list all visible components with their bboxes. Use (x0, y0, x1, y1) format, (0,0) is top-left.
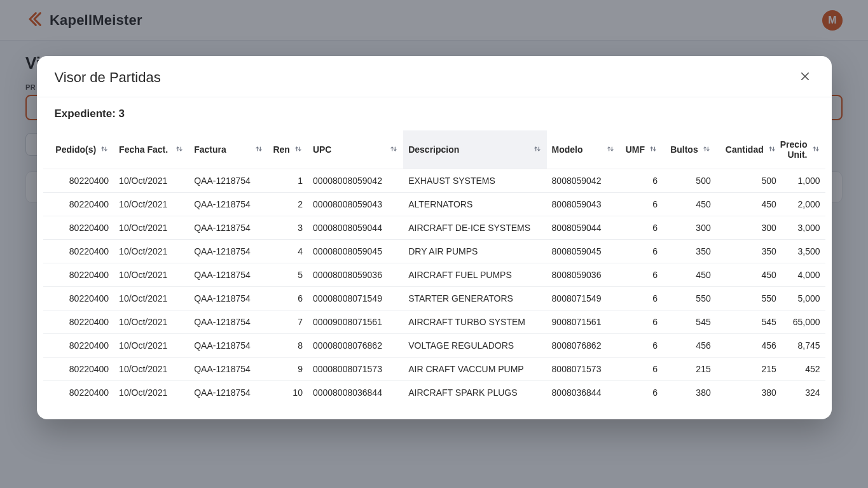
close-icon (799, 71, 811, 85)
column-header-upc[interactable]: UPC (308, 130, 403, 169)
sort-icon (606, 144, 615, 155)
cell-upc: 00008008076862 (308, 334, 403, 358)
cell-umf: 6 (620, 240, 663, 263)
cell-fecha: 10/Oct/2021 (114, 216, 189, 240)
cell-fecha: 10/Oct/2021 (114, 287, 189, 310)
cell-fecha: 10/Oct/2021 (114, 263, 189, 287)
table-row[interactable]: 8022040010/Oct/2021QAA-12187549000080080… (43, 358, 825, 381)
column-header-fecha[interactable]: Fecha Fact. (114, 130, 189, 169)
cell-desc: AIRCRAFT DE-ICE SYSTEMS (403, 216, 546, 240)
cell-modelo: 8008076862 (547, 334, 621, 358)
cell-cantidad: 350 (716, 240, 782, 263)
column-header-precio[interactable]: Precio Unit. (782, 130, 825, 169)
table-row[interactable]: 8022040010/Oct/2021QAA-12187545000080080… (43, 263, 825, 287)
cell-bultos: 450 (663, 193, 716, 216)
cell-desc: DRY AIR PUMPS (403, 240, 546, 263)
modal-title: Visor de Partidas (55, 69, 161, 86)
column-header-ren[interactable]: Ren (268, 130, 308, 169)
cell-cantidad: 215 (716, 358, 782, 381)
column-header-label: Descripcion (408, 144, 459, 155)
table-row[interactable]: 8022040010/Oct/2021QAA-12187544000080080… (43, 240, 825, 263)
cell-umf: 6 (620, 193, 663, 216)
cell-umf: 6 (620, 216, 663, 240)
column-header-bultos[interactable]: Bultos (663, 130, 716, 169)
sort-icon (702, 144, 711, 155)
cell-factura: QAA-1218754 (189, 358, 268, 381)
table-row[interactable]: 8022040010/Oct/2021QAA-12187548000080080… (43, 334, 825, 358)
cell-bultos: 550 (663, 287, 716, 310)
cell-fecha: 10/Oct/2021 (114, 381, 189, 405)
cell-pedido: 80220400 (43, 381, 114, 405)
cell-umf: 6 (620, 334, 663, 358)
column-header-label: Cantidad (726, 144, 764, 155)
sort-icon (294, 144, 303, 155)
column-header-modelo[interactable]: Modelo (547, 130, 621, 169)
cell-factura: QAA-1218754 (189, 334, 268, 358)
cell-bultos: 350 (663, 240, 716, 263)
sort-icon (649, 144, 658, 155)
cell-umf: 6 (620, 169, 663, 193)
cell-bultos: 380 (663, 381, 716, 405)
table-body: 8022040010/Oct/2021QAA-12187541000080080… (43, 169, 825, 405)
cell-precio: 8,745 (782, 334, 825, 358)
cell-upc: 00008008071549 (308, 287, 403, 310)
cell-pedido: 80220400 (43, 193, 114, 216)
cell-upc: 00008008071573 (308, 358, 403, 381)
table-row[interactable]: 8022040010/Oct/2021QAA-12187546000080080… (43, 287, 825, 310)
cell-upc: 00008008059045 (308, 240, 403, 263)
cell-desc: VOLTAGE REGULADORS (403, 334, 546, 358)
column-header-factura[interactable]: Factura (189, 130, 268, 169)
sort-icon (254, 144, 263, 155)
expediente-label: Expediente: (55, 108, 116, 120)
cell-precio: 4,000 (782, 263, 825, 287)
cell-ren: 1 (268, 169, 308, 193)
column-header-label: UMF (626, 144, 645, 155)
column-header-label: Precio Unit. (780, 139, 808, 160)
cell-upc: 00009008071561 (308, 310, 403, 334)
column-header-label: Factura (194, 144, 226, 155)
column-header-pedido[interactable]: Pedido(s) (43, 130, 114, 169)
cell-cantidad: 545 (716, 310, 782, 334)
cell-precio: 452 (782, 358, 825, 381)
column-header-label: UPC (313, 144, 332, 155)
cell-fecha: 10/Oct/2021 (114, 169, 189, 193)
cell-upc: 00008008059043 (308, 193, 403, 216)
close-button[interactable] (796, 69, 814, 87)
cell-pedido: 80220400 (43, 334, 114, 358)
cell-pedido: 80220400 (43, 216, 114, 240)
cell-cantidad: 450 (716, 193, 782, 216)
sort-icon (533, 144, 542, 155)
table-row[interactable]: 8022040010/Oct/2021QAA-12187543000080080… (43, 216, 825, 240)
cell-umf: 6 (620, 287, 663, 310)
cell-bultos: 450 (663, 263, 716, 287)
cell-modelo: 8008036844 (547, 381, 621, 405)
modal-header: Visor de Partidas (37, 56, 832, 97)
cell-desc: AIRCRAFT TURBO SYSTEM (403, 310, 546, 334)
column-header-umf[interactable]: UMF (620, 130, 663, 169)
cell-ren: 7 (268, 310, 308, 334)
column-header-desc[interactable]: Descripcion (403, 130, 546, 169)
cell-bultos: 215 (663, 358, 716, 381)
table-row[interactable]: 8022040010/Oct/2021QAA-12187542000080080… (43, 193, 825, 216)
cell-pedido: 80220400 (43, 287, 114, 310)
cell-desc: AIR CRAFT VACCUM PUMP (403, 358, 546, 381)
table-row[interactable]: 8022040010/Oct/2021QAA-12187547000090080… (43, 310, 825, 334)
cell-umf: 6 (620, 263, 663, 287)
table-row[interactable]: 8022040010/Oct/2021QAA-12187541000080080… (43, 169, 825, 193)
cell-ren: 5 (268, 263, 308, 287)
expediente-value: 3 (119, 108, 125, 120)
cell-modelo: 8008059045 (547, 240, 621, 263)
cell-modelo: 8008059042 (547, 169, 621, 193)
cell-modelo: 8008071573 (547, 358, 621, 381)
modal-overlay[interactable]: Visor de Partidas Expediente: 3 Pedido(s… (0, 0, 868, 488)
column-header-label: Pedido(s) (55, 144, 96, 155)
cell-ren: 8 (268, 334, 308, 358)
column-header-label: Bultos (670, 144, 698, 155)
cell-factura: QAA-1218754 (189, 169, 268, 193)
column-header-cantidad[interactable]: Cantidad (716, 130, 782, 169)
cell-cantidad: 450 (716, 263, 782, 287)
table-row[interactable]: 8022040010/Oct/2021QAA-12187541000008008… (43, 381, 825, 405)
cell-cantidad: 456 (716, 334, 782, 358)
sort-icon (175, 144, 184, 155)
cell-factura: QAA-1218754 (189, 193, 268, 216)
